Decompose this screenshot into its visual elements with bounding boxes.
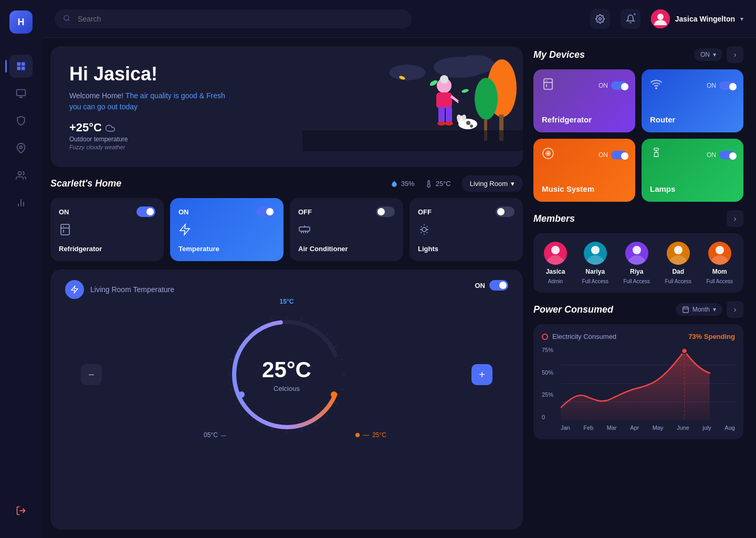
member-nariya: Nariya Full Access [582,242,608,284]
temp-widget-header: Living Room Temperature [65,280,174,299]
toggle-temperature[interactable] [256,206,275,217]
toggle-lamps[interactable]: ON [707,151,735,159]
toggle-temp-widget[interactable] [489,280,508,291]
toggle[interactable] [611,151,627,159]
svg-point-17 [657,14,664,20]
user-profile[interactable]: Jasica Wingelton ▾ [651,9,743,28]
member-role: Full Access [582,278,608,284]
temp-widget-title: Living Room Temperature [90,285,174,294]
svg-line-65 [301,318,302,321]
svg-point-8 [18,172,22,175]
sidebar-item-security[interactable] [9,109,33,132]
increase-temp-button[interactable]: + [471,364,492,385]
avatar [651,9,670,28]
toggle-lights[interactable] [496,206,514,217]
humidity-stat: 35% [391,180,415,188]
notifications-button[interactable] [621,9,640,29]
sidebar-item-dashboard[interactable] [9,55,33,78]
device-card-refrigerator[interactable]: ON Refridgerator [50,198,164,261]
power-next[interactable]: › [727,301,743,318]
svg-line-75 [301,428,302,431]
device-card-temperature[interactable]: ON Temperature [170,198,284,261]
device-card-ac[interactable]: OFF Air Conditioner [290,198,403,261]
decrease-temp-button[interactable]: − [81,364,102,385]
svg-point-102 [591,246,600,254]
app-logo: H [9,11,33,34]
on-badge: ON ▾ [694,48,722,61]
member-avatar-dad [667,242,690,265]
member-jasica: Jasica Admin [544,242,567,284]
hero-welcome: Welcome Home! The air quality is good & … [69,90,237,112]
room-selector[interactable]: Living Room ▾ [461,175,523,192]
svg-line-14 [68,19,70,21]
svg-marker-49 [180,224,190,235]
chart-y-labels: 75% 50% 25% 0 [542,347,553,420]
svg-point-106 [674,246,682,254]
topbar-right: Jasica Wingelton ▾ [590,9,743,29]
chart-x-labels: Jan Feb Mar Apr May June july Aug [561,425,735,431]
svg-point-104 [633,246,641,254]
toggle-refrigerator-right[interactable]: ON [598,81,627,90]
toggle[interactable] [611,81,627,90]
member-name: Dad [672,268,684,275]
member-dad: Dad Full Access [665,242,691,284]
members-list: Jasica Admin Nariya Full Access [533,233,743,293]
toggle-ac[interactable] [376,206,395,217]
logout-button[interactable] [9,499,33,522]
left-panel: Hi Jasica! Welcome Home! The air quality… [50,46,523,530]
member-avatar-nariya [584,242,607,265]
settings-button[interactable] [590,9,610,29]
lights-icon [418,223,514,239]
hero-weather: Fuzzy cloudy weather [69,144,504,150]
device-card-refrigerator-right[interactable]: ON Refridgerator [533,69,635,132]
sidebar-item-stats[interactable] [9,191,33,214]
month-selector[interactable]: Month ▾ [676,303,722,316]
members-next[interactable]: › [727,210,743,227]
toggle-refrigerator[interactable] [136,206,155,217]
device-card-lights[interactable]: OFF Lights [410,198,523,261]
temp-widget: Living Room Temperature ON − [50,270,523,530]
svg-rect-88 [544,79,552,89]
home-controls: Scarlett's Home 35% 25°C Living Room ▾ [50,175,523,261]
search-input[interactable] [55,9,412,28]
svg-point-100 [551,246,560,254]
svg-point-107 [710,255,729,265]
my-devices-next[interactable]: › [727,46,743,63]
hero-temp-label: Outdoor temperature [69,136,504,143]
device-name-music: Music System [542,184,627,193]
device-card-router[interactable]: ON Router [642,69,743,132]
svg-rect-3 [22,67,25,70]
toggle-router[interactable]: ON [707,81,735,90]
router-icon [650,78,663,94]
sidebar-item-devices[interactable] [9,82,33,105]
member-name: Mom [712,268,727,275]
svg-rect-1 [22,63,25,66]
svg-point-99 [546,255,565,265]
svg-line-84 [236,345,239,347]
svg-line-72 [334,402,338,404]
toggle[interactable] [719,81,735,90]
home-stats: 35% 25°C Living Room ▾ [391,175,523,192]
gauge-unit: Celcious [262,385,311,392]
device-status: OFF [418,208,432,216]
refrigerator-icon [542,78,554,94]
hero-card: Hi Jasica! Welcome Home! The air quality… [50,46,523,167]
device-cards: ON Refridgerator ON [50,198,523,261]
sidebar-item-members[interactable] [9,164,33,187]
power-title: Power Consumed [533,304,613,315]
sidebar-item-location[interactable] [9,137,33,160]
spending-label: 73% Spending [688,333,735,340]
device-card-lamps[interactable]: ON Lamps [642,139,743,202]
svg-rect-96 [654,148,658,150]
my-devices-section: My Devices ON ▾ › [533,46,743,202]
svg-point-105 [669,255,688,265]
toggle-music[interactable]: ON [598,151,627,159]
device-status: ON [178,208,189,216]
svg-point-62 [238,391,245,398]
sidebar: H [0,0,42,538]
gauge-top-label: 15°C [280,298,294,305]
members-title: Members [533,213,575,224]
device-card-music[interactable]: ON Music System [533,139,635,202]
toggle[interactable] [719,151,735,159]
svg-line-87 [271,318,272,321]
